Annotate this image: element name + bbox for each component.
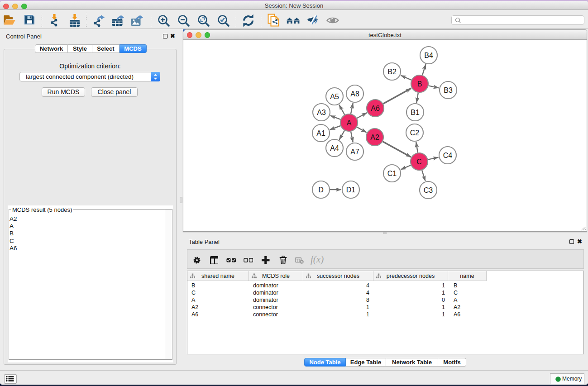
svg-text:B2: B2 [387, 68, 397, 76]
svg-text:D1: D1 [346, 186, 356, 194]
svg-text:B1: B1 [411, 109, 420, 116]
svg-text:A: A [347, 119, 352, 127]
svg-text:C1: C1 [387, 170, 397, 177]
svg-text:C2: C2 [410, 129, 420, 137]
svg-text:A3: A3 [317, 109, 326, 116]
svg-text:B4: B4 [424, 52, 433, 59]
svg-text:C4: C4 [443, 152, 453, 159]
svg-text:A8: A8 [350, 90, 359, 98]
svg-text:A7: A7 [350, 148, 359, 156]
svg-text:B: B [417, 80, 422, 88]
svg-text:A2: A2 [370, 133, 379, 141]
svg-text:C: C [416, 158, 422, 166]
svg-text:C3: C3 [424, 186, 433, 194]
svg-text:B3: B3 [444, 86, 453, 94]
svg-text:A4: A4 [330, 144, 339, 152]
svg-text:D: D [318, 186, 324, 194]
svg-text:A6: A6 [371, 105, 380, 112]
svg-text:A5: A5 [330, 93, 339, 100]
svg-text:A1: A1 [316, 129, 325, 137]
